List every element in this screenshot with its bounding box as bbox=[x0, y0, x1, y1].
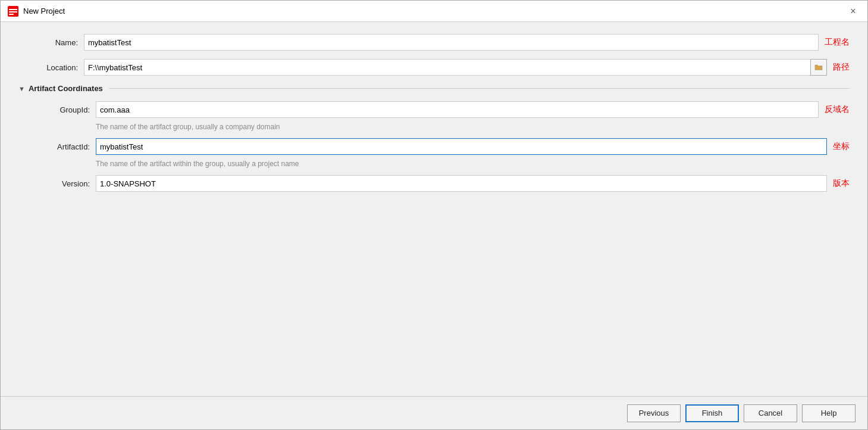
location-field-group bbox=[84, 59, 827, 76]
name-row: Name: 工程名 bbox=[18, 34, 850, 51]
title-bar: New Project × bbox=[1, 1, 867, 22]
groupid-row: GroupId: 反域名 bbox=[30, 101, 850, 118]
finish-button[interactable]: Finish bbox=[685, 404, 739, 422]
section-toggle[interactable]: ▼ bbox=[18, 85, 25, 92]
artifact-fields: GroupId: 反域名 The name of the artifact gr… bbox=[30, 101, 850, 192]
artifactid-annotation: 坐标 bbox=[833, 141, 850, 152]
dialog-body: Name: 工程名 Location: 路径 ▼ Artifact Coordi… bbox=[1, 22, 867, 396]
name-label: Name: bbox=[18, 38, 84, 47]
browse-button[interactable] bbox=[810, 59, 827, 76]
close-button[interactable]: × bbox=[846, 4, 860, 18]
artifactid-label: ArtifactId: bbox=[30, 142, 96, 151]
location-annotation: 路径 bbox=[833, 62, 850, 73]
artifactid-hint: The name of the artifact within the grou… bbox=[96, 160, 850, 168]
version-annotation: 版本 bbox=[833, 178, 850, 189]
name-annotation: 工程名 bbox=[825, 37, 850, 48]
name-input[interactable] bbox=[84, 34, 819, 51]
dialog-title: New Project bbox=[23, 7, 65, 15]
svg-rect-3 bbox=[9, 14, 14, 15]
folder-icon bbox=[814, 64, 823, 71]
previous-button[interactable]: Previous bbox=[627, 404, 681, 422]
section-title: Artifact Coordinates bbox=[29, 84, 103, 93]
dialog-footer: Previous Finish Cancel Help bbox=[1, 396, 867, 429]
project-icon bbox=[8, 6, 18, 17]
cancel-button[interactable]: Cancel bbox=[744, 404, 797, 422]
groupid-input[interactable] bbox=[96, 101, 819, 118]
svg-rect-1 bbox=[9, 9, 17, 10]
version-input[interactable] bbox=[96, 175, 827, 192]
artifact-section-header: ▼ Artifact Coordinates bbox=[18, 84, 850, 93]
groupid-label: GroupId: bbox=[30, 105, 96, 114]
artifactid-row: ArtifactId: 坐标 bbox=[30, 138, 850, 155]
location-label: Location: bbox=[18, 63, 84, 72]
groupid-annotation: 反域名 bbox=[825, 104, 850, 115]
help-button[interactable]: Help bbox=[802, 404, 856, 422]
artifactid-input[interactable] bbox=[96, 138, 827, 155]
svg-rect-2 bbox=[9, 11, 17, 13]
section-divider bbox=[109, 88, 850, 89]
version-row: Version: 版本 bbox=[30, 175, 850, 192]
groupid-hint: The name of the artifact group, usually … bbox=[96, 123, 850, 131]
location-row: Location: 路径 bbox=[18, 59, 850, 76]
new-project-dialog: New Project × Name: 工程名 Location: 路径 bbox=[0, 0, 868, 430]
version-label: Version: bbox=[30, 179, 96, 188]
title-bar-left: New Project bbox=[8, 6, 65, 17]
location-input[interactable] bbox=[84, 59, 811, 76]
